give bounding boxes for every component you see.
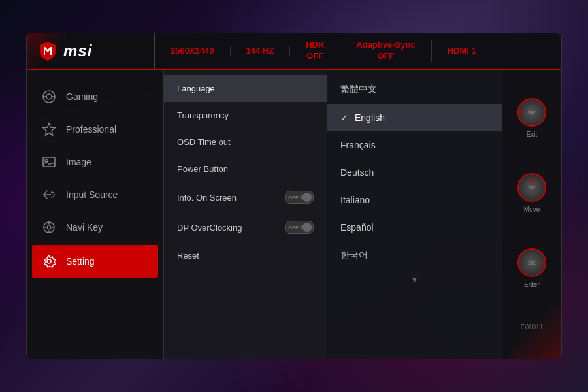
move-label: Move <box>524 206 540 213</box>
menu-item-transparency[interactable]: Transparency <box>164 102 327 129</box>
middle-panel: Language Transparency OSD Time out Power… <box>164 70 327 359</box>
lang-label-spanish: Español <box>340 222 374 233</box>
sidebar-item-navi-key[interactable]: Navi Key <box>27 211 163 244</box>
sidebar-item-input-source[interactable]: Input Source <box>27 178 163 211</box>
exit-arrow-icon: « <box>520 108 525 117</box>
lang-label-italian: Italiano <box>340 195 370 205</box>
logo-text: msi <box>63 42 92 60</box>
sidebar-label-setting: Setting <box>66 256 95 267</box>
move-button[interactable]: ▲ BK <box>517 173 546 202</box>
menu-label-dp-overclocking: DP OverClocking <box>177 223 242 233</box>
sidebar-item-image[interactable]: Image <box>27 146 163 178</box>
move-arrow-icon: ▲ <box>528 175 536 184</box>
menu-item-info-on-screen[interactable]: Info. On Screen OFF <box>164 182 327 212</box>
exit-button-group: « BK Exit <box>517 98 546 138</box>
lang-item-german[interactable]: Deutsch <box>327 159 502 186</box>
enter-label: Enter <box>524 281 540 288</box>
header-stats: 2560X1440 144 HZ HDROFF Adaptive-SyncOFF… <box>155 40 551 62</box>
content: Gaming Professional Imag <box>27 70 561 359</box>
stat-input: HDMI 1 <box>432 46 492 57</box>
sidebar-item-gaming[interactable]: Gaming <box>27 80 163 113</box>
lang-item-korean[interactable]: 한국어 <box>327 241 502 270</box>
menu-label-transparency: Transparency <box>177 110 229 120</box>
menu-item-osd-timeout[interactable]: OSD Time out <box>164 129 327 155</box>
lang-item-spanish[interactable]: Español <box>327 214 502 241</box>
enter-arrow-icon: » <box>539 258 544 267</box>
image-icon <box>40 153 58 171</box>
menu-label-reset: Reset <box>177 251 199 261</box>
lang-item-italian[interactable]: Italiano <box>327 186 502 214</box>
gaming-icon <box>40 88 58 106</box>
menu-item-power-button[interactable]: Power Button <box>164 155 327 182</box>
svg-point-8 <box>47 259 51 263</box>
enter-button-group: » BK Enter <box>517 248 546 288</box>
stat-refresh: 144 HZ <box>231 46 291 57</box>
menu-item-reset[interactable]: Reset <box>164 242 327 269</box>
menu-item-language[interactable]: Language <box>164 75 327 102</box>
lang-label-french: Français <box>340 140 376 150</box>
lang-item-french[interactable]: Français <box>327 131 502 159</box>
language-panel: 繁體中文 ✓ English Français Deutsch Italiano… <box>327 70 502 359</box>
lang-label-german: Deutsch <box>340 167 374 178</box>
exit-button[interactable]: « BK <box>517 98 546 127</box>
info-on-screen-toggle[interactable]: OFF <box>285 191 314 204</box>
lang-label-traditional-chinese: 繁體中文 <box>340 84 377 95</box>
svg-rect-4 <box>43 157 55 167</box>
sidebar-item-setting[interactable]: Setting <box>32 245 158 278</box>
lang-label-korean: 한국어 <box>340 250 368 261</box>
sidebar-label-image: Image <box>66 157 91 167</box>
move-btn-text: BK <box>528 185 536 191</box>
lang-item-traditional-chinese[interactable]: 繁體中文 <box>327 75 502 104</box>
stat-hdr: HDROFF <box>290 40 340 62</box>
navi-key-icon <box>40 218 58 237</box>
menu-label-power-button: Power Button <box>177 164 228 174</box>
sidebar-label-input-source: Input Source <box>66 189 118 200</box>
menu-item-dp-overclocking[interactable]: DP OverClocking OFF <box>164 212 327 242</box>
checkmark-icon: ✓ <box>340 112 348 123</box>
exit-label: Exit <box>527 131 538 138</box>
input-source-icon <box>40 186 58 204</box>
main-container: msi 2560X1440 144 HZ HDROFF Adaptive-Syn… <box>26 33 562 359</box>
enter-btn-text: BK <box>528 260 536 266</box>
sidebar-label-professional: Professional <box>66 124 116 135</box>
svg-point-1 <box>46 94 52 99</box>
enter-button[interactable]: » BK <box>517 248 546 277</box>
exit-btn-text: BK <box>528 110 536 116</box>
lang-label-english: English <box>355 112 385 123</box>
scroll-down-indicator: ▼ <box>327 270 502 289</box>
setting-icon <box>40 252 58 270</box>
dp-overclocking-toggle[interactable]: OFF <box>285 221 314 234</box>
sidebar: Gaming Professional Imag <box>27 70 164 359</box>
menu-label-osd-timeout: OSD Time out <box>177 137 231 147</box>
stat-adaptive-sync: Adaptive-SyncOFF <box>340 40 431 62</box>
stat-resolution: 2560X1440 <box>155 46 231 57</box>
lang-item-english[interactable]: ✓ English <box>327 104 502 131</box>
header: msi 2560X1440 144 HZ HDROFF Adaptive-Syn… <box>27 33 561 70</box>
svg-point-7 <box>47 225 51 229</box>
sidebar-label-navi-key: Navi Key <box>66 222 103 233</box>
menu-label-info-on-screen: Info. On Screen <box>177 193 237 203</box>
professional-icon <box>40 120 58 139</box>
menu-label-language: Language <box>177 84 215 93</box>
move-button-group: ▲ BK Move <box>517 173 546 213</box>
sidebar-label-gaming: Gaming <box>66 91 98 102</box>
sidebar-item-professional[interactable]: Professional <box>27 113 163 146</box>
